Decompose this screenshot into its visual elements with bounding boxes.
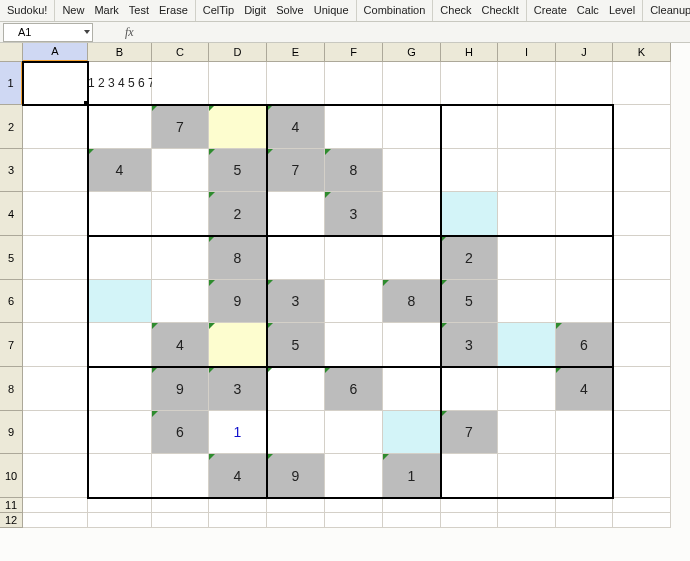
cell-E3[interactable]: 7	[267, 149, 325, 192]
cell-E4[interactable]	[267, 192, 325, 236]
cell-A1[interactable]	[23, 62, 88, 105]
cell-G10[interactable]: 1	[383, 454, 441, 498]
cell-H10[interactable]	[441, 454, 498, 498]
cell-B8[interactable]	[88, 367, 152, 411]
cell-J4[interactable]	[556, 192, 613, 236]
cell-E9[interactable]	[267, 411, 325, 454]
cell-B11[interactable]	[88, 498, 152, 513]
toolbar-button-solve[interactable]: Solve	[271, 0, 309, 21]
column-header-f[interactable]: F	[325, 43, 383, 62]
column-header-g[interactable]: G	[383, 43, 441, 62]
cell-I6[interactable]	[498, 280, 556, 323]
cell-E12[interactable]	[267, 513, 325, 528]
cell-E10[interactable]: 9	[267, 454, 325, 498]
cell-C1[interactable]	[152, 62, 209, 105]
row-header-11[interactable]: 11	[0, 498, 23, 513]
cell-H2[interactable]	[441, 105, 498, 149]
cell-D12[interactable]	[209, 513, 267, 528]
cell-D6[interactable]: 9	[209, 280, 267, 323]
cell-F5[interactable]	[325, 236, 383, 280]
cell-C4[interactable]	[152, 192, 209, 236]
cell-J6[interactable]	[556, 280, 613, 323]
cell-C5[interactable]	[152, 236, 209, 280]
cell-D3[interactable]: 5	[209, 149, 267, 192]
cell-A5[interactable]	[23, 236, 88, 280]
cell-G6[interactable]: 8	[383, 280, 441, 323]
cell-H8[interactable]	[441, 367, 498, 411]
cell-F6[interactable]	[325, 280, 383, 323]
cell-K11[interactable]	[613, 498, 671, 513]
cell-A11[interactable]	[23, 498, 88, 513]
cell-H4[interactable]	[441, 192, 498, 236]
cell-J10[interactable]	[556, 454, 613, 498]
cell-K6[interactable]	[613, 280, 671, 323]
cell-C6[interactable]	[152, 280, 209, 323]
column-header-e[interactable]: E	[267, 43, 325, 62]
cell-E1[interactable]	[267, 62, 325, 105]
cell-K5[interactable]	[613, 236, 671, 280]
cell-I2[interactable]	[498, 105, 556, 149]
cell-C12[interactable]	[152, 513, 209, 528]
cell-E2[interactable]: 4	[267, 105, 325, 149]
cell-E6[interactable]: 3	[267, 280, 325, 323]
cell-I5[interactable]	[498, 236, 556, 280]
cell-J1[interactable]	[556, 62, 613, 105]
cell-F1[interactable]	[325, 62, 383, 105]
row-header-4[interactable]: 4	[0, 192, 23, 236]
cell-B9[interactable]	[88, 411, 152, 454]
column-header-h[interactable]: H	[441, 43, 498, 62]
cell-F9[interactable]	[325, 411, 383, 454]
cell-G5[interactable]	[383, 236, 441, 280]
cell-K10[interactable]	[613, 454, 671, 498]
cell-H6[interactable]: 5	[441, 280, 498, 323]
cell-F7[interactable]	[325, 323, 383, 367]
toolbar-button-celtip[interactable]: CelTip	[198, 0, 239, 21]
cell-K4[interactable]	[613, 192, 671, 236]
cell-G3[interactable]	[383, 149, 441, 192]
row-header-6[interactable]: 6	[0, 280, 23, 323]
toolbar-button-cleanup[interactable]: Cleanup	[645, 0, 690, 21]
cell-D9[interactable]: 1	[209, 411, 267, 454]
cell-H3[interactable]	[441, 149, 498, 192]
cell-F12[interactable]	[325, 513, 383, 528]
cell-E5[interactable]	[267, 236, 325, 280]
cell-F2[interactable]	[325, 105, 383, 149]
cell-A12[interactable]	[23, 513, 88, 528]
cell-A9[interactable]	[23, 411, 88, 454]
toolbar-button-check[interactable]: Check	[435, 0, 476, 21]
row-header-5[interactable]: 5	[0, 236, 23, 280]
cell-D11[interactable]	[209, 498, 267, 513]
cell-I9[interactable]	[498, 411, 556, 454]
toolbar-button-mark[interactable]: Mark	[89, 0, 123, 21]
toolbar-button-checkit[interactable]: CheckIt	[477, 0, 524, 21]
cell-H7[interactable]: 3	[441, 323, 498, 367]
cell-F4[interactable]: 3	[325, 192, 383, 236]
column-header-j[interactable]: J	[556, 43, 613, 62]
row-header-1[interactable]: 1	[0, 62, 23, 105]
cell-G1[interactable]	[383, 62, 441, 105]
cell-G12[interactable]	[383, 513, 441, 528]
toolbar-button-digit[interactable]: Digit	[239, 0, 271, 21]
cell-D7[interactable]	[209, 323, 267, 367]
cell-H12[interactable]	[441, 513, 498, 528]
cell-C2[interactable]: 7	[152, 105, 209, 149]
cell-A4[interactable]	[23, 192, 88, 236]
cell-A7[interactable]	[23, 323, 88, 367]
column-header-a[interactable]: A	[23, 43, 88, 62]
cell-K3[interactable]	[613, 149, 671, 192]
toolbar-button-level[interactable]: Level	[604, 0, 640, 21]
cell-D5[interactable]: 8	[209, 236, 267, 280]
column-header-c[interactable]: C	[152, 43, 209, 62]
cell-E11[interactable]	[267, 498, 325, 513]
cell-E7[interactable]: 5	[267, 323, 325, 367]
cell-C11[interactable]	[152, 498, 209, 513]
name-box[interactable]: A1	[3, 23, 93, 42]
column-header-d[interactable]: D	[209, 43, 267, 62]
cell-I11[interactable]	[498, 498, 556, 513]
cell-B7[interactable]	[88, 323, 152, 367]
cell-J7[interactable]: 6	[556, 323, 613, 367]
row-header-2[interactable]: 2	[0, 105, 23, 149]
column-header-i[interactable]: I	[498, 43, 556, 62]
cell-C8[interactable]: 9	[152, 367, 209, 411]
cell-A3[interactable]	[23, 149, 88, 192]
